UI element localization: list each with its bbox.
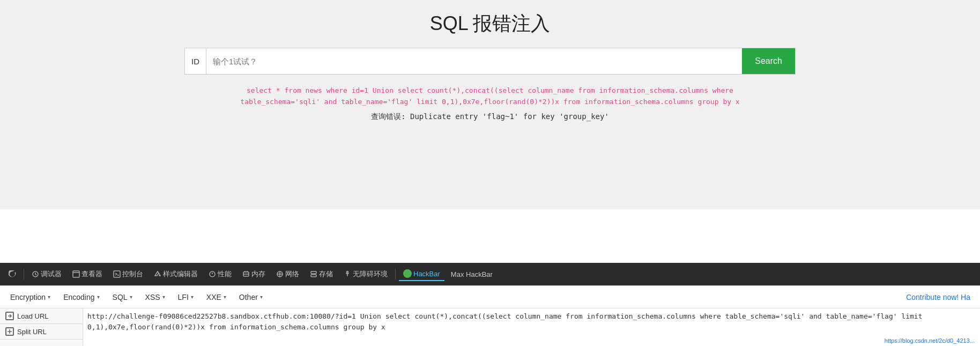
hackbar-dot-icon	[403, 269, 412, 278]
sql-output: select * from news where id=1 Union sele…	[240, 85, 739, 122]
devtools-label-debugger: 调试器	[41, 269, 62, 279]
hackbar-menu-label-other: Other	[239, 293, 258, 301]
sql-query-line2: table_schema='sqli' and table_name='flag…	[240, 97, 739, 108]
hackbar-menu-label-encryption: Encryption	[10, 293, 46, 301]
hackbar-menu-btn-lfi[interactable]: LFI ▾	[172, 290, 199, 305]
hackbar-menu-sql[interactable]: SQL ▾	[107, 290, 138, 305]
hackbar-menu-btn-encryption[interactable]: Encryption ▾	[4, 290, 56, 305]
hackbar-menu-xss[interactable]: XSS ▾	[139, 290, 171, 305]
split-url-label: Split URL	[17, 328, 47, 336]
hackbar-menu-label-sql: SQL	[113, 293, 128, 301]
hackbar-menu-label-xxe: XXE	[206, 293, 221, 301]
chevron-down-icon-3: ▾	[130, 294, 132, 300]
devtools-item-performance[interactable]: 性能	[204, 267, 236, 281]
hackbar-menu-encryption[interactable]: Encryption ▾	[4, 290, 56, 305]
devtools-bar: 调试器 查看器 控制台 样式编辑器 性能 内存 网络 存储 无障碍环境 Hack…	[0, 263, 980, 285]
url-source-hint: https://blog.csdn.net/2c/d0_4213...	[885, 337, 975, 344]
devtools-item-storage[interactable]: 存储	[306, 267, 337, 281]
hackbar-menu-label-encoding: Encoding	[63, 293, 94, 301]
url-actions: Load URL Split URL	[0, 308, 83, 346]
url-bar-area: Load URL Split URL https://blog.csdn.net…	[0, 308, 980, 346]
load-url-label: Load URL	[17, 312, 49, 320]
svg-rect-1	[73, 271, 79, 277]
devtools-item-debugger[interactable]: 调试器	[27, 267, 66, 281]
devtools-item-accessibility[interactable]: 无障碍环境	[339, 267, 392, 281]
chevron-down-icon-4: ▾	[162, 294, 165, 300]
search-button[interactable]: Search	[742, 48, 795, 74]
load-url-button[interactable]: Load URL	[0, 308, 83, 324]
devtools-label-max-hackbar: Max HackBar	[451, 270, 493, 278]
devtools-label-memory: 内存	[251, 269, 265, 279]
white-space	[0, 209, 980, 263]
hackbar-menu-label-lfi: LFI	[178, 293, 189, 301]
hackbar-menu-btn-other[interactable]: Other ▾	[233, 290, 269, 305]
hackbar-menu-btn-xxe[interactable]: XXE ▾	[201, 290, 232, 305]
svg-point-8	[347, 271, 348, 273]
split-url-button[interactable]: Split URL	[0, 324, 83, 340]
search-input[interactable]	[206, 57, 742, 66]
contribute-link[interactable]: Contribute now! Ha	[901, 293, 976, 301]
devtools-item-viewer[interactable]: 查看器	[68, 267, 107, 281]
chevron-down-icon-2: ▾	[97, 294, 100, 300]
hackbar-menu-btn-xss[interactable]: XSS ▾	[139, 290, 171, 305]
devtools-label-network: 网络	[285, 269, 299, 279]
devtools-label-viewer: 查看器	[81, 269, 102, 279]
devtools-reload-icon[interactable]	[4, 268, 20, 280]
devtools-item-network[interactable]: 网络	[272, 267, 303, 281]
hackbar-menu-lfi[interactable]: LFI ▾	[172, 290, 199, 305]
sql-error: 查询错误: Duplicate entry 'flag~1' for key '…	[240, 112, 739, 122]
sql-query-line1: select * from news where id=1 Union sele…	[240, 85, 739, 97]
devtools-item-max-hackbar[interactable]: Max HackBar	[447, 268, 497, 281]
hackbar-menu-label-xss: XSS	[145, 293, 160, 301]
hackbar-menu-btn-sql[interactable]: SQL ▾	[107, 290, 138, 305]
chevron-down-icon-5: ▾	[191, 294, 194, 300]
devtools-item-memory[interactable]: 内存	[238, 267, 270, 281]
chevron-down-icon-7: ▾	[260, 294, 263, 300]
url-input-area: https://blog.csdn.net/2c/d0_4213...	[83, 308, 980, 346]
devtools-item-console[interactable]: 控制台	[109, 267, 147, 281]
svg-rect-6	[311, 271, 316, 274]
split-url-icon	[5, 327, 14, 336]
devtools-label-hackbar: HackBar	[413, 270, 440, 278]
search-bar: ID Search	[184, 48, 796, 75]
devtools-label-performance: 性能	[218, 269, 232, 279]
search-label: ID	[185, 48, 206, 74]
devtools-item-hackbar[interactable]: HackBar	[399, 267, 444, 281]
hackbar-menu-other[interactable]: Other ▾	[233, 290, 269, 305]
devtools-separator-2	[395, 269, 396, 279]
url-input[interactable]	[87, 311, 976, 343]
hackbar-menu-xxe[interactable]: XXE ▾	[201, 290, 232, 305]
devtools-label-console: 控制台	[122, 269, 143, 279]
chevron-down-icon-6: ▾	[224, 294, 226, 300]
devtools-label-accessibility: 无障碍环境	[353, 269, 388, 279]
hackbar-menu-btn-encoding[interactable]: Encoding ▾	[57, 290, 105, 305]
main-content: SQL 报错注入 ID Search select * from news wh…	[0, 0, 980, 209]
load-url-icon	[5, 312, 14, 320]
hackbar-toolbar: Encryption ▾ Encoding ▾ SQL ▾ XSS ▾ LFI …	[0, 285, 980, 308]
devtools-separator	[24, 269, 24, 279]
devtools-label-storage: 存储	[319, 269, 333, 279]
svg-rect-7	[311, 275, 316, 277]
devtools-label-style-editor: 样式编辑器	[163, 269, 198, 279]
devtools-item-style-editor[interactable]: 样式编辑器	[150, 267, 202, 281]
hackbar-menu-encoding[interactable]: Encoding ▾	[57, 290, 105, 305]
page-title: SQL 报错注入	[430, 11, 551, 37]
chevron-down-icon: ▾	[48, 294, 50, 300]
